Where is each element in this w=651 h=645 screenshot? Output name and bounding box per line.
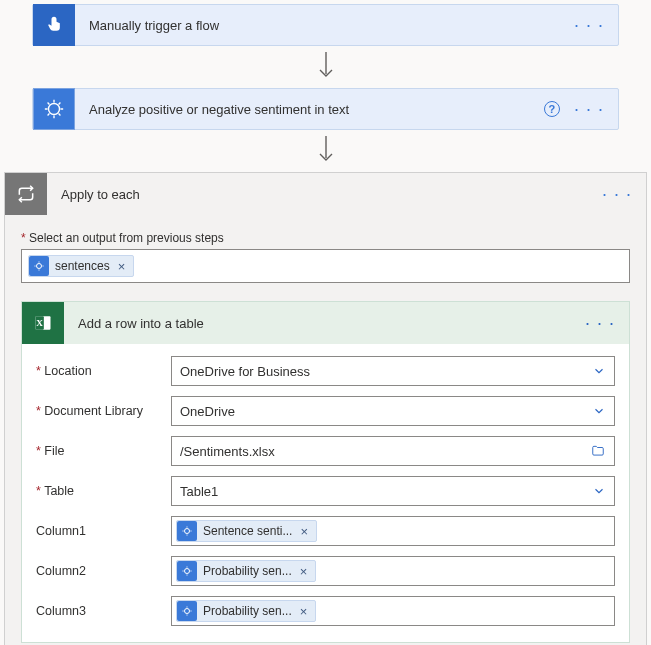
help-icon[interactable]: ? xyxy=(544,101,560,117)
step-trigger[interactable]: Manually trigger a flow · · · xyxy=(32,4,619,46)
ai-token-icon xyxy=(177,561,197,581)
remove-token-icon[interactable]: × xyxy=(298,524,310,539)
token-label: sentences xyxy=(55,259,110,273)
output-label: Select an output from previous steps xyxy=(21,231,630,245)
output-input[interactable]: sentences × xyxy=(21,249,630,283)
label-file: File xyxy=(36,444,171,458)
token-column2[interactable]: Probability sen... × xyxy=(176,560,316,582)
remove-token-icon[interactable]: × xyxy=(298,604,310,619)
more-icon[interactable]: · · · xyxy=(574,16,604,34)
step-title: Apply to each xyxy=(47,187,602,202)
svg-point-8 xyxy=(185,569,190,574)
input-column3[interactable]: Probability sen... × xyxy=(171,596,615,626)
token-sentences[interactable]: sentences × xyxy=(28,255,134,277)
step-apply-to-each: Apply to each · · · Select an output fro… xyxy=(4,172,647,645)
label-column1: Column1 xyxy=(36,524,171,538)
token-column3[interactable]: Probability sen... × xyxy=(176,600,316,622)
more-icon[interactable]: · · · xyxy=(602,185,632,203)
label-column3: Column3 xyxy=(36,604,171,618)
chevron-down-icon xyxy=(592,364,606,378)
loop-header[interactable]: Apply to each · · · xyxy=(5,173,646,215)
step-title: Analyze positive or negative sentiment i… xyxy=(75,102,544,117)
connector-arrow xyxy=(4,136,647,166)
select-doclib[interactable]: OneDrive xyxy=(171,396,615,426)
label-table: Table xyxy=(36,484,171,498)
ai-token-icon xyxy=(177,601,197,621)
input-column2[interactable]: Probability sen... × xyxy=(171,556,615,586)
select-table[interactable]: Table1 xyxy=(171,476,615,506)
more-icon[interactable]: · · · xyxy=(574,100,604,118)
svg-point-7 xyxy=(185,529,190,534)
input-column1[interactable]: Sentence senti... × xyxy=(171,516,615,546)
excel-icon: X xyxy=(22,302,64,344)
remove-token-icon[interactable]: × xyxy=(116,259,128,274)
ai-token-icon xyxy=(177,521,197,541)
connector-arrow xyxy=(4,52,647,82)
loop-icon xyxy=(5,173,47,215)
folder-icon[interactable] xyxy=(590,444,606,458)
svg-point-3 xyxy=(37,264,42,269)
file-picker[interactable]: /Sentiments.xlsx xyxy=(171,436,615,466)
select-location[interactable]: OneDrive for Business xyxy=(171,356,615,386)
step-title: Manually trigger a flow xyxy=(75,18,574,33)
step-sentiment[interactable]: Analyze positive or negative sentiment i… xyxy=(32,88,619,130)
token-column1[interactable]: Sentence senti... × xyxy=(176,520,317,542)
svg-point-1 xyxy=(49,104,60,115)
remove-token-icon[interactable]: × xyxy=(298,564,310,579)
label-doclib: Document Library xyxy=(36,404,171,418)
svg-text:X: X xyxy=(36,318,43,328)
excel-header[interactable]: X Add a row into a table · · · xyxy=(22,302,629,344)
touch-icon xyxy=(33,4,75,46)
token-label: Probability sen... xyxy=(203,604,292,618)
label-location: Location xyxy=(36,364,171,378)
more-icon[interactable]: · · · xyxy=(585,314,615,332)
ai-token-icon xyxy=(29,256,49,276)
step-title: Add a row into a table xyxy=(64,316,585,331)
chevron-down-icon xyxy=(592,484,606,498)
label-column2: Column2 xyxy=(36,564,171,578)
step-excel-add-row: X Add a row into a table · · · Location … xyxy=(21,301,630,643)
ai-builder-icon xyxy=(33,88,75,130)
token-label: Probability sen... xyxy=(203,564,292,578)
chevron-down-icon xyxy=(592,404,606,418)
svg-point-9 xyxy=(185,609,190,614)
token-label: Sentence senti... xyxy=(203,524,292,538)
